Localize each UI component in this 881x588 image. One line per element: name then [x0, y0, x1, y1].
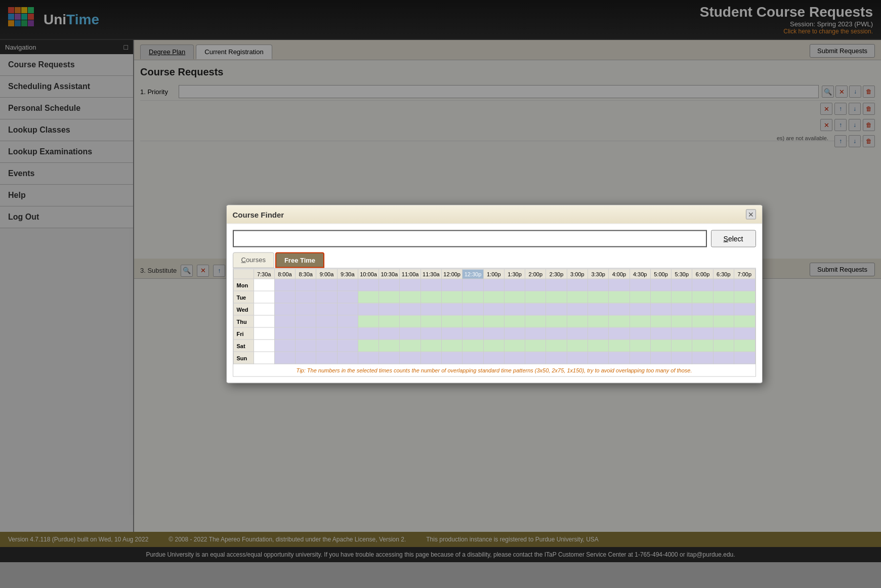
grid-cell-wed-6[interactable]	[379, 303, 400, 315]
grid-cell-fri-6[interactable]	[379, 327, 400, 340]
grid-cell-sun-8[interactable]	[421, 352, 441, 364]
grid-cell-sun-5[interactable]	[358, 352, 379, 364]
grid-cell-sat-9[interactable]	[442, 340, 463, 352]
grid-cell-thu-18[interactable]	[630, 315, 650, 327]
grid-cell-wed-22[interactable]	[713, 303, 734, 315]
grid-cell-fri-16[interactable]	[588, 327, 609, 340]
grid-cell-thu-13[interactable]	[525, 315, 546, 327]
grid-cell-tue-21[interactable]	[692, 291, 713, 303]
grid-cell-wed-13[interactable]	[525, 303, 546, 315]
grid-cell-sun-7[interactable]	[400, 352, 421, 364]
grid-cell-tue-15[interactable]	[567, 291, 588, 303]
grid-cell-thu-5[interactable]	[358, 315, 379, 327]
grid-cell-thu-7[interactable]	[400, 315, 421, 327]
grid-cell-mon-7[interactable]	[400, 279, 421, 291]
grid-cell-wed-4[interactable]	[337, 303, 358, 315]
grid-cell-fri-15[interactable]	[567, 327, 588, 340]
grid-cell-wed-18[interactable]	[630, 303, 650, 315]
grid-cell-fri-2[interactable]	[296, 327, 316, 340]
grid-cell-sat-13[interactable]	[525, 340, 546, 352]
grid-cell-sat-18[interactable]	[630, 340, 650, 352]
grid-cell-wed-0[interactable]	[254, 303, 274, 315]
grid-cell-fri-1[interactable]	[274, 327, 295, 340]
grid-cell-fri-21[interactable]	[692, 327, 713, 340]
grid-cell-fri-11[interactable]	[483, 327, 504, 340]
grid-cell-sun-14[interactable]	[546, 352, 567, 364]
grid-cell-tue-23[interactable]	[734, 291, 755, 303]
grid-cell-tue-8[interactable]	[421, 291, 441, 303]
grid-cell-wed-20[interactable]	[672, 303, 692, 315]
grid-cell-fri-13[interactable]	[525, 327, 546, 340]
course-search-input[interactable]	[233, 230, 707, 247]
grid-cell-sat-22[interactable]	[713, 340, 734, 352]
grid-cell-wed-8[interactable]	[421, 303, 441, 315]
grid-cell-sun-18[interactable]	[630, 352, 650, 364]
grid-cell-thu-10[interactable]	[463, 315, 483, 327]
grid-cell-sun-1[interactable]	[274, 352, 295, 364]
grid-cell-wed-5[interactable]	[358, 303, 379, 315]
grid-cell-sun-20[interactable]	[672, 352, 692, 364]
grid-cell-tue-12[interactable]	[504, 291, 525, 303]
grid-cell-thu-15[interactable]	[567, 315, 588, 327]
grid-cell-thu-23[interactable]	[734, 315, 755, 327]
grid-cell-wed-7[interactable]	[400, 303, 421, 315]
grid-cell-mon-15[interactable]	[567, 279, 588, 291]
modal-tab-free-time[interactable]: Free Time	[275, 253, 324, 268]
grid-cell-sun-13[interactable]	[525, 352, 546, 364]
grid-cell-tue-11[interactable]	[483, 291, 504, 303]
grid-cell-thu-20[interactable]	[672, 315, 692, 327]
grid-cell-sat-20[interactable]	[672, 340, 692, 352]
grid-cell-sun-19[interactable]	[650, 352, 671, 364]
grid-cell-sat-14[interactable]	[546, 340, 567, 352]
grid-cell-mon-2[interactable]	[296, 279, 316, 291]
grid-cell-fri-3[interactable]	[316, 327, 337, 340]
grid-cell-fri-5[interactable]	[358, 327, 379, 340]
grid-cell-fri-0[interactable]	[254, 327, 274, 340]
grid-cell-sun-6[interactable]	[379, 352, 400, 364]
grid-cell-wed-15[interactable]	[567, 303, 588, 315]
grid-cell-sun-3[interactable]	[316, 352, 337, 364]
grid-cell-tue-13[interactable]	[525, 291, 546, 303]
grid-cell-fri-22[interactable]	[713, 327, 734, 340]
grid-cell-mon-14[interactable]	[546, 279, 567, 291]
grid-cell-wed-9[interactable]	[442, 303, 463, 315]
grid-cell-mon-0[interactable]	[254, 279, 274, 291]
grid-cell-wed-10[interactable]	[463, 303, 483, 315]
grid-cell-mon-12[interactable]	[504, 279, 525, 291]
grid-cell-wed-12[interactable]	[504, 303, 525, 315]
grid-cell-mon-1[interactable]	[274, 279, 295, 291]
grid-cell-tue-10[interactable]	[463, 291, 483, 303]
grid-cell-sat-12[interactable]	[504, 340, 525, 352]
grid-cell-sun-2[interactable]	[296, 352, 316, 364]
grid-cell-wed-2[interactable]	[296, 303, 316, 315]
grid-cell-sun-22[interactable]	[713, 352, 734, 364]
grid-cell-sun-0[interactable]	[254, 352, 274, 364]
grid-cell-wed-19[interactable]	[650, 303, 671, 315]
grid-cell-wed-17[interactable]	[609, 303, 630, 315]
grid-cell-mon-8[interactable]	[421, 279, 441, 291]
grid-cell-sun-16[interactable]	[588, 352, 609, 364]
grid-cell-wed-1[interactable]	[274, 303, 295, 315]
grid-cell-sat-10[interactable]	[463, 340, 483, 352]
grid-cell-sat-0[interactable]	[254, 340, 274, 352]
grid-cell-wed-11[interactable]	[483, 303, 504, 315]
select-button[interactable]: Select	[711, 230, 756, 247]
grid-cell-tue-18[interactable]	[630, 291, 650, 303]
grid-cell-sat-8[interactable]	[421, 340, 441, 352]
modal-tab-courses[interactable]: CCoursesourses	[233, 253, 274, 268]
grid-cell-tue-1[interactable]	[274, 291, 295, 303]
grid-cell-thu-11[interactable]	[483, 315, 504, 327]
grid-cell-mon-23[interactable]	[734, 279, 755, 291]
grid-cell-wed-21[interactable]	[692, 303, 713, 315]
grid-cell-fri-23[interactable]	[734, 327, 755, 340]
grid-cell-sun-23[interactable]	[734, 352, 755, 364]
grid-cell-wed-16[interactable]	[588, 303, 609, 315]
grid-cell-sun-9[interactable]	[442, 352, 463, 364]
grid-cell-tue-6[interactable]	[379, 291, 400, 303]
grid-cell-tue-22[interactable]	[713, 291, 734, 303]
grid-cell-fri-18[interactable]	[630, 327, 650, 340]
grid-cell-fri-17[interactable]	[609, 327, 630, 340]
grid-cell-sun-4[interactable]	[337, 352, 358, 364]
grid-cell-sun-17[interactable]	[609, 352, 630, 364]
grid-cell-thu-17[interactable]	[609, 315, 630, 327]
